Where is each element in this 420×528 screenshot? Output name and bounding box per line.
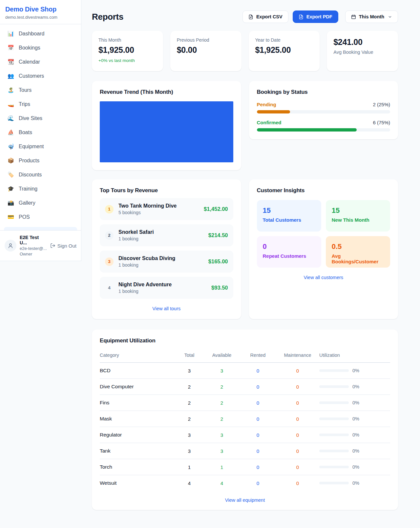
header-actions: Export CSV Export PDF This Month xyxy=(242,10,398,23)
view-all-customers-link[interactable]: View all customers xyxy=(257,275,390,280)
utilization-percent: 0% xyxy=(352,448,359,454)
sidebar-item-calendar[interactable]: 📆 Calendar xyxy=(4,56,77,68)
main-content: Reports Export CSV Export PDF This Month… xyxy=(81,0,420,523)
equipment-utilization-cell: 0% xyxy=(319,416,390,421)
insight-value: 15 xyxy=(263,206,315,215)
equipment-available: 2 xyxy=(204,416,240,422)
column-header: Category xyxy=(100,353,175,358)
sidebar-item-tours[interactable]: 🏝️ Tours xyxy=(4,84,77,96)
export-pdf-label: Export PDF xyxy=(306,14,332,19)
sidebar-item-pos[interactable]: 💳 POS xyxy=(4,211,77,223)
stat-card-year-to-date: Year to Date $1,925.00 xyxy=(249,31,320,71)
sidebar-item-equipment[interactable]: 🤿 Equipment xyxy=(4,140,77,153)
column-header: Rented xyxy=(240,353,276,358)
stat-label: Previous Period xyxy=(177,37,235,43)
equipment-total: 2 xyxy=(175,416,204,422)
tour-name: Discover Scuba Diving xyxy=(118,255,203,261)
table-row: Mask 2 2 0 0 0% xyxy=(100,411,390,427)
stat-value: $0.00 xyxy=(177,45,235,55)
equipment-utilization-cell: 0% xyxy=(319,400,390,405)
progress-track xyxy=(257,128,390,132)
stat-label: Year to Date xyxy=(255,37,313,43)
sidebar-item-bookings[interactable]: 📅 Bookings xyxy=(4,42,77,54)
view-all-tours-link[interactable]: View all tours xyxy=(100,306,233,311)
table-row: Torch 1 1 0 0 0% xyxy=(100,459,390,475)
calendar-icon: 📆 xyxy=(7,59,14,65)
table-header-row: Category Total Available Rented Maintena… xyxy=(100,349,390,363)
sidebar-item-gallery[interactable]: 📸 Gallery xyxy=(4,197,77,209)
equipment-utilization-title: Equipment Utilization xyxy=(100,337,390,344)
credit-card-icon: 💳 xyxy=(7,214,14,220)
equipment-total: 4 xyxy=(175,480,204,486)
export-pdf-button[interactable]: Export PDF xyxy=(293,10,338,23)
sidebar-item-label: Tours xyxy=(19,87,32,93)
tour-bookings: 1 booking xyxy=(118,289,206,294)
tour-row: 3 Discover Scuba Diving 1 booking $165.0… xyxy=(100,251,233,273)
equipment-total: 3 xyxy=(175,368,204,374)
people-icon: 👥 xyxy=(7,73,14,79)
rank-badge: 1 xyxy=(105,205,114,213)
brand-name: Demo Dive Shop xyxy=(5,6,76,13)
rank-badge: 3 xyxy=(105,257,114,266)
tour-revenue: $165.00 xyxy=(208,258,228,265)
tour-row: 4 Night Dive Adventure 1 booking $93.50 xyxy=(100,277,233,299)
utilization-track xyxy=(319,450,349,452)
person-icon xyxy=(8,243,13,249)
brand-domain: demo.test.divestreams.com xyxy=(5,15,76,20)
sidebar-item-label: Customers xyxy=(19,73,44,79)
stat-card-avg-booking-value: $241.00 Avg Booking Value xyxy=(327,31,398,71)
sidebar-item-trips[interactable]: 🚤 Trips xyxy=(4,98,77,111)
tag-icon: 🏷️ xyxy=(7,172,14,177)
sidebar-item-dive-sites[interactable]: 🌊 Dive Sites xyxy=(4,112,77,125)
sidebar-item-discounts[interactable]: 🏷️ Discounts xyxy=(4,169,77,181)
progress-fill xyxy=(257,110,290,113)
calendar-date-icon: 📅 xyxy=(7,45,14,51)
chevron-down-icon xyxy=(388,15,392,19)
equipment-category: Fins xyxy=(100,400,175,406)
tour-revenue: $1,452.00 xyxy=(204,206,228,212)
sidebar-item-dashboard[interactable]: 📊 Dashboard xyxy=(4,28,77,40)
tour-name: Night Dive Adventure xyxy=(118,282,206,288)
equipment-rented: 0 xyxy=(240,400,276,406)
status-count: 6 (75%) xyxy=(373,120,390,125)
brand-block: Demo Dive Shop demo.test.divestreams.com xyxy=(0,0,81,24)
table-row: Tank 3 3 0 0 0% xyxy=(100,443,390,459)
insight-grid: 15 Total Customers 15 New This Month 0 R… xyxy=(257,200,390,268)
charts-row: Revenue Trend (This Month) Bookings by S… xyxy=(92,81,398,170)
sidebar-item-training[interactable]: 🎓 Training xyxy=(4,183,77,195)
equipment-available: 4 xyxy=(204,480,240,486)
speedboat-icon: 🚤 xyxy=(7,102,14,107)
sidebar-item-label: Dive Sites xyxy=(19,115,42,121)
sidebar-item-label: Calendar xyxy=(19,59,40,65)
island-icon: 🏝️ xyxy=(7,88,14,93)
insight-label: Total Customers xyxy=(263,217,315,223)
equipment-rented: 0 xyxy=(240,416,276,422)
stat-card-this-month: This Month $1,925.00 +0% vs last month xyxy=(92,31,163,71)
file-download-icon xyxy=(248,14,253,19)
utilization-percent: 0% xyxy=(352,416,359,421)
equipment-utilization-card: Equipment Utilization Category Total Ava… xyxy=(92,330,398,510)
sidebar-item-label: Dashboard xyxy=(19,31,44,37)
equipment-available: 2 xyxy=(204,400,240,406)
column-header: Total xyxy=(175,353,204,358)
export-csv-button[interactable]: Export CSV xyxy=(242,10,288,23)
package-icon: 📦 xyxy=(7,158,14,163)
sidebar-item-label: Gallery xyxy=(19,200,35,206)
user-panel: E2E Test U... e2e-tester@... Owner Sign … xyxy=(0,230,81,261)
tour-row: 1 Two Tank Morning Dive 5 bookings $1,45… xyxy=(100,198,233,220)
tour-row: 2 Snorkel Safari 1 booking $214.50 xyxy=(100,224,233,246)
sign-out-button[interactable]: Sign Out xyxy=(50,243,76,249)
insights-row: Top Tours by Revenue 1 Two Tank Morning … xyxy=(92,179,398,319)
export-csv-label: Export CSV xyxy=(256,14,283,19)
sidebar-item-customers[interactable]: 👥 Customers xyxy=(4,70,77,82)
utilization-track xyxy=(319,466,349,468)
sidebar-item-boats[interactable]: ⛵ Boats xyxy=(4,126,77,139)
insight-tile-repeat-customers: 0 Repeat Customers xyxy=(257,236,321,268)
sidebar-item-reports-partial[interactable] xyxy=(4,227,77,230)
equipment-available: 3 xyxy=(204,448,240,454)
period-dropdown[interactable]: This Month xyxy=(345,10,398,23)
sidebar-item-products[interactable]: 📦 Products xyxy=(4,154,77,167)
view-all-equipment-link[interactable]: View all equipment xyxy=(100,498,390,503)
equipment-category: Dive Computer xyxy=(100,384,175,390)
status-label: Pending xyxy=(257,102,276,107)
